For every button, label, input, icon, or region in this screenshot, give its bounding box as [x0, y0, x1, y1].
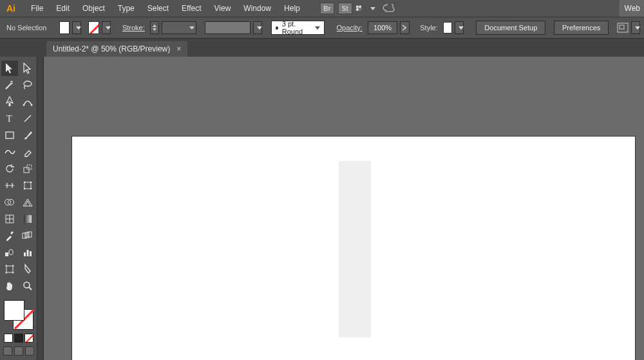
- svg-point-8: [23, 104, 24, 106]
- menu-edit[interactable]: Edit: [50, 0, 76, 17]
- curvature-tool[interactable]: [19, 94, 36, 109]
- menu-bar: Ai File Edit Object Type Select Effect V…: [0, 0, 644, 17]
- graphic-style-dropdown[interactable]: [455, 21, 464, 34]
- stock-button[interactable]: St: [338, 3, 352, 14]
- fill-swatch[interactable]: [59, 21, 70, 34]
- svg-rect-29: [26, 250, 28, 256]
- scale-tool[interactable]: [19, 161, 36, 176]
- opacity-value-field[interactable]: 100%: [368, 21, 397, 34]
- variable-width-dropdown[interactable]: [253, 21, 262, 34]
- color-mode-solid[interactable]: [4, 334, 13, 343]
- selection-status: No Selection: [4, 24, 49, 32]
- type-tool[interactable]: T: [1, 111, 18, 126]
- sync-settings-icon[interactable]: [381, 3, 395, 14]
- menu-object[interactable]: Object: [76, 0, 111, 17]
- brush-name: 3 pt. Round: [282, 20, 307, 35]
- line-segment-tool[interactable]: [19, 111, 36, 126]
- free-transform-tool[interactable]: [19, 178, 36, 193]
- svg-point-16: [23, 182, 25, 184]
- perspective-grid-tool[interactable]: [19, 194, 36, 210]
- bridge-button[interactable]: Br: [320, 3, 334, 14]
- width-tool[interactable]: [1, 178, 18, 193]
- opacity-panel-link[interactable]: Opacity:: [334, 24, 365, 32]
- stroke-swatch[interactable]: [88, 21, 99, 34]
- shaper-tool[interactable]: [1, 144, 18, 160]
- graphic-style-swatch[interactable]: [443, 22, 453, 33]
- svg-line-11: [24, 115, 31, 122]
- opacity-flyout-button[interactable]: [400, 21, 410, 34]
- menu-select[interactable]: Select: [141, 0, 175, 17]
- menu-type[interactable]: Type: [111, 0, 141, 17]
- svg-point-32: [24, 282, 30, 288]
- zoom-tool[interactable]: [19, 278, 36, 294]
- gradient-tool[interactable]: [19, 211, 36, 227]
- menu-view[interactable]: View: [208, 0, 238, 17]
- canvas-area[interactable]: [44, 57, 644, 360]
- svg-rect-15: [24, 182, 31, 189]
- menu-help[interactable]: Help: [278, 0, 307, 17]
- hand-tool[interactable]: [1, 278, 18, 294]
- chevron-down-icon: [315, 26, 320, 30]
- svg-rect-0: [356, 6, 359, 8]
- menu-window[interactable]: Window: [237, 0, 278, 17]
- color-mode-swatches: [0, 334, 37, 343]
- svg-rect-13: [24, 167, 29, 173]
- rotate-tool[interactable]: [1, 161, 18, 176]
- menu-file[interactable]: File: [24, 0, 50, 17]
- svg-rect-23: [24, 215, 32, 223]
- brush-definition-dropdown[interactable]: 3 pt. Round: [271, 21, 325, 35]
- mesh-tool[interactable]: [1, 211, 18, 227]
- blend-tool[interactable]: [19, 228, 36, 243]
- brush-preview-icon: [276, 26, 278, 30]
- stroke-panel-link[interactable]: Stroke:: [120, 24, 147, 32]
- chevron-down-icon: [76, 26, 81, 30]
- fill-dropdown[interactable]: [72, 21, 81, 34]
- svg-point-17: [30, 182, 32, 184]
- stroke-weight-stepper[interactable]: [150, 21, 160, 34]
- drawn-rectangle-object[interactable]: [339, 161, 371, 337]
- align-to-dropdown[interactable]: [631, 21, 640, 34]
- svg-rect-31: [6, 266, 13, 272]
- stroke-color-dropdown[interactable]: [102, 21, 111, 34]
- eyedropper-tool[interactable]: [1, 228, 18, 243]
- document-tab[interactable]: Untitled-2* @ 50% (RGB/Preview) ×: [46, 41, 187, 57]
- selection-tool[interactable]: [1, 61, 18, 76]
- variable-width-profile[interactable]: [205, 21, 251, 34]
- fill-color-icon[interactable]: [4, 300, 24, 321]
- draw-inside-button[interactable]: [25, 346, 34, 355]
- shape-builder-tool[interactable]: [1, 194, 18, 210]
- workspace-label[interactable]: Web: [620, 0, 644, 17]
- svg-line-33: [29, 287, 32, 290]
- slice-tool[interactable]: [19, 261, 36, 277]
- preferences-button[interactable]: Preferences: [554, 21, 609, 35]
- collapsed-panel-strip[interactable]: [37, 57, 44, 360]
- svg-rect-3: [359, 8, 361, 11]
- close-tab-button[interactable]: ×: [176, 44, 181, 53]
- lasso-tool[interactable]: [19, 77, 36, 93]
- main-area: T: [0, 57, 644, 360]
- symbol-sprayer-tool[interactable]: [1, 245, 18, 260]
- menu-effect[interactable]: Effect: [175, 0, 207, 17]
- workspace-switcher[interactable]: [356, 3, 375, 14]
- direct-selection-tool[interactable]: [19, 61, 36, 76]
- draw-normal-button[interactable]: [3, 346, 12, 355]
- svg-point-19: [30, 188, 32, 190]
- column-graph-tool[interactable]: [19, 245, 36, 260]
- stroke-weight-dropdown[interactable]: [162, 21, 196, 34]
- fill-stroke-indicator[interactable]: [4, 300, 33, 330]
- pen-tool[interactable]: [1, 94, 18, 109]
- chevron-down-icon: [370, 7, 375, 10]
- color-mode-gradient[interactable]: [14, 334, 23, 343]
- rectangle-tool[interactable]: [1, 128, 18, 143]
- svg-rect-30: [30, 251, 32, 256]
- artboard-tool[interactable]: [1, 261, 18, 277]
- eraser-tool[interactable]: [19, 144, 36, 160]
- align-to-icon[interactable]: [617, 21, 629, 34]
- paintbrush-tool[interactable]: [19, 128, 36, 143]
- document-setup-button[interactable]: Document Setup: [476, 21, 545, 35]
- color-mode-none[interactable]: [24, 334, 33, 343]
- chevron-down-icon: [106, 26, 111, 30]
- draw-behind-button[interactable]: [14, 346, 23, 355]
- magic-wand-tool[interactable]: [1, 77, 18, 93]
- document-tab-bar: Untitled-2* @ 50% (RGB/Preview) ×: [0, 39, 644, 57]
